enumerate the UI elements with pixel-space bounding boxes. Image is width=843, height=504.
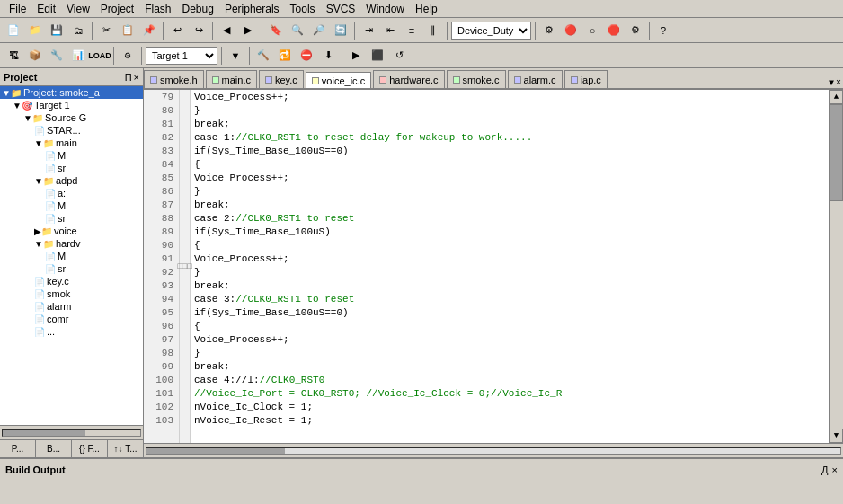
tree-item[interactable]: 📄M xyxy=(0,149,143,162)
code-line[interactable]: //Voice_Ic_Port = CLK0_RST0; //Voice_Ic_… xyxy=(191,386,829,400)
code-line[interactable]: break; xyxy=(191,198,829,211)
tab-alarm-c[interactable]: alarm.c xyxy=(508,70,563,88)
tree-item[interactable]: ▶ 📁voice xyxy=(0,225,143,237)
menu-tools[interactable]: Tools xyxy=(285,2,321,16)
cut-btn[interactable]: ✂ xyxy=(96,21,116,40)
code-content[interactable]: Voice_Process++; } break; case 1: //CLK0… xyxy=(191,90,829,443)
menu-view[interactable]: View xyxy=(61,2,95,16)
unindent-btn[interactable]: ⇤ xyxy=(380,21,400,40)
code-line[interactable]: if(Sys_Time_Base_100uS) xyxy=(191,225,829,238)
tree-item[interactable]: 📄sr xyxy=(0,262,143,275)
run-btn[interactable]: ○ xyxy=(582,21,602,40)
target-dropdown[interactable]: Target 1 xyxy=(146,47,217,65)
code-line[interactable]: Voice_Process++; xyxy=(191,252,829,265)
build-pin-btn[interactable]: Д xyxy=(821,464,828,475)
compile-btn[interactable]: ⚙ xyxy=(539,21,559,40)
sidebar-pin-btn[interactable]: П xyxy=(125,72,132,83)
help-btn[interactable]: ? xyxy=(653,21,673,40)
code-line[interactable]: break; xyxy=(191,359,829,373)
menu-file[interactable]: File xyxy=(4,2,31,16)
save-btn[interactable]: 💾 xyxy=(47,21,67,40)
code-line[interactable]: Voice_Process++; xyxy=(191,171,829,184)
tree-item[interactable]: ▼ 📁Source G xyxy=(0,111,143,124)
vertical-scrollbar[interactable]: ▲ ▼ xyxy=(829,90,843,443)
menu-debug[interactable]: Debug xyxy=(177,2,219,16)
copy-btn[interactable]: 📋 xyxy=(118,21,138,40)
menu-edit[interactable]: Edit xyxy=(31,2,61,16)
undo-btn[interactable]: ↩ xyxy=(167,21,187,40)
stop-build-btn[interactable]: ⛔ xyxy=(297,46,316,66)
tree-item[interactable]: ▼ 📁hardv xyxy=(0,237,143,250)
horizontal-scrollbar[interactable] xyxy=(144,443,843,457)
tab-key-c[interactable]: key.c xyxy=(259,70,304,88)
menu-project[interactable]: Project xyxy=(95,2,139,16)
tree-item[interactable]: 📄M xyxy=(0,199,143,212)
tab-close-all-btn[interactable]: × xyxy=(836,78,841,88)
stop-debug-btn[interactable]: ⬛ xyxy=(368,46,387,66)
start-debug-btn[interactable]: ▶ xyxy=(346,46,366,66)
comment-btn[interactable]: ∥ xyxy=(423,21,443,40)
tab-voice_ic-c[interactable]: voice_ic.c xyxy=(306,72,371,90)
sidebar-tab-books[interactable]: B... xyxy=(36,440,72,457)
nav-fwd-btn[interactable]: ▶ xyxy=(238,21,258,40)
code-line[interactable]: nVoice_Ic_Clock = 1; xyxy=(191,400,829,413)
tree-item[interactable]: 📄smok xyxy=(0,287,143,300)
new-file-btn[interactable]: 📄 xyxy=(4,21,23,40)
code-line[interactable]: case 2: //CLK0_RST1 to reset xyxy=(191,211,829,225)
tree-item[interactable]: 📄sr xyxy=(0,162,143,174)
code-line[interactable]: } xyxy=(191,265,829,279)
code-line[interactable]: } xyxy=(191,103,829,117)
redo-btn[interactable]: ↪ xyxy=(189,21,209,40)
tree-item[interactable]: ▼ 📁main xyxy=(0,137,143,149)
tab-list-btn[interactable]: ▼ xyxy=(829,78,834,88)
menu-window[interactable]: Window xyxy=(360,2,410,16)
indent-btn[interactable]: ⇥ xyxy=(359,21,378,40)
sidebar-tab-templates[interactable]: ↑↓ T... xyxy=(108,440,143,457)
tab-smoke-h[interactable]: smoke.h xyxy=(144,70,204,88)
tree-item[interactable]: 📄sr xyxy=(0,212,143,225)
tree-item[interactable]: ▼ 📁Project: smoke_a xyxy=(0,86,143,99)
code-line[interactable]: { xyxy=(191,319,829,332)
build-btn[interactable]: 🔨 xyxy=(253,46,273,66)
nav-back-btn[interactable]: ◀ xyxy=(217,21,236,40)
tree-item[interactable]: 📄key.c xyxy=(0,275,143,287)
tab-hardware-c[interactable]: hardware.c xyxy=(373,70,444,88)
tab-smoke-c[interactable]: smoke.c xyxy=(447,70,506,88)
code-line[interactable]: break; xyxy=(191,279,829,292)
tree-item[interactable]: 📄... xyxy=(0,325,143,338)
code-line[interactable]: case 4://l: //CLK0_RST0 xyxy=(191,373,829,386)
code-line[interactable]: nVoice_Ic_Reset = 1; xyxy=(191,413,829,427)
device-dropdown[interactable]: Device_Duty xyxy=(451,22,531,40)
code-line[interactable]: Voice_Process++; xyxy=(191,332,829,346)
icon4-btn[interactable]: 📊 xyxy=(68,46,88,66)
code-line[interactable]: break; xyxy=(191,117,829,130)
menu-flash[interactable]: Flash xyxy=(139,2,176,16)
tree-item[interactable]: 📄alarm xyxy=(0,300,143,313)
tab-main-c[interactable]: main.c xyxy=(206,70,257,88)
tree-item[interactable]: 📄comr xyxy=(0,313,143,325)
icon2-btn[interactable]: 📦 xyxy=(25,46,45,66)
build-close-btn[interactable]: × xyxy=(832,464,838,475)
stop-btn[interactable]: 🛑 xyxy=(604,21,624,40)
icon5-btn[interactable]: LOAD xyxy=(90,46,110,66)
sidebar-scrollbar[interactable] xyxy=(0,425,143,439)
download-btn[interactable]: ⬇ xyxy=(318,46,338,66)
rebuild-btn[interactable]: 🔁 xyxy=(275,46,295,66)
tree-item[interactable]: 📄STAR... xyxy=(0,124,143,137)
format-btn[interactable]: ≡ xyxy=(402,21,422,40)
sidebar-tab-project[interactable]: P... xyxy=(0,440,36,457)
find-btn[interactable]: 🔍 xyxy=(288,21,307,40)
code-line[interactable]: if(Sys_Time_Base_100uS==0) xyxy=(191,144,829,157)
bookmark-btn[interactable]: 🔖 xyxy=(266,21,286,40)
code-line[interactable]: case 1: //CLK0_RST1 to reset delay for w… xyxy=(191,130,829,144)
find2-btn[interactable]: 🔎 xyxy=(309,21,329,40)
icon1-btn[interactable]: 🏗 xyxy=(4,46,23,66)
menu-svcs[interactable]: SVCS xyxy=(321,2,361,16)
code-line[interactable]: Voice_Process++; xyxy=(191,90,829,103)
replace-btn[interactable]: 🔄 xyxy=(331,21,351,40)
code-line[interactable]: } xyxy=(191,346,829,359)
code-line[interactable]: } xyxy=(191,184,829,198)
tab-iap-c[interactable]: iap.c xyxy=(564,70,608,88)
tree-item[interactable]: 📄a: xyxy=(0,187,143,199)
tree-item[interactable]: ▼ 📁adpd xyxy=(0,174,143,187)
